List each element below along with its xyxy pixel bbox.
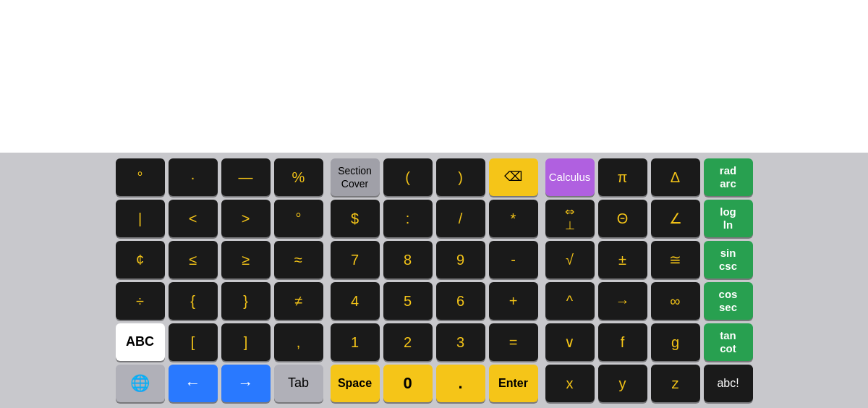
row-3-4: ^ → ∞ cossec	[545, 282, 753, 320]
row-2-2: $ : / *	[331, 200, 538, 237]
key-abc[interactable]: ABC	[116, 323, 165, 361]
key-slash[interactable]: /	[436, 200, 485, 237]
key-section-cover[interactable]: SectionCover	[331, 158, 380, 196]
key-8[interactable]: 8	[383, 241, 433, 279]
row-1-4: ÷ { } ≠	[116, 282, 323, 320]
key-less[interactable]: <	[169, 200, 218, 237]
key-rparen[interactable]: )	[436, 158, 485, 196]
key-abc-excl[interactable]: abc!	[704, 365, 753, 402]
key-colon[interactable]: :	[383, 200, 433, 237]
key-neq[interactable]: ≠	[274, 282, 323, 320]
key-angle[interactable]: ∠	[651, 200, 700, 237]
key-calculus[interactable]: Calculus	[545, 158, 595, 196]
key-5[interactable]: 5	[383, 282, 433, 320]
row-2-4: 4 5 6 +	[331, 282, 538, 320]
key-leq[interactable]: ≤	[169, 241, 218, 279]
key-cent[interactable]: ¢	[116, 241, 165, 279]
key-arrow-right[interactable]: →	[598, 282, 647, 320]
key-lparen[interactable]: (	[383, 158, 433, 196]
key-4[interactable]: 4	[331, 282, 380, 320]
section-1: ° · — % | < > ° ¢ ≤ ≥ ≈ ÷ { } ≠ ABC [	[116, 158, 323, 402]
key-cos-sec[interactable]: cossec	[704, 282, 753, 320]
key-plusminus[interactable]: ±	[598, 241, 647, 279]
key-log-ln[interactable]: logln	[704, 200, 753, 237]
row-2-5: 1 2 3 =	[331, 323, 538, 361]
key-7[interactable]: 7	[331, 241, 380, 279]
key-infinity[interactable]: ∞	[651, 282, 700, 320]
key-ring[interactable]: °	[274, 200, 323, 237]
key-dollar[interactable]: $	[331, 200, 380, 237]
key-plus[interactable]: +	[489, 282, 538, 320]
key-degree[interactable]: °	[116, 158, 165, 196]
key-rbrace[interactable]: }	[221, 282, 271, 320]
section-3: Calculus π Δ radarc ⇔⊥ Θ ∠ logln √ ± ≅ s…	[545, 158, 753, 402]
key-1[interactable]: 1	[331, 323, 380, 361]
row-1-6: 🌐 ← → Tab	[116, 365, 323, 402]
key-sqrt[interactable]: √	[545, 241, 595, 279]
row-2-6: Space 0 . Enter	[331, 365, 538, 402]
row-1-1: ° · — %	[116, 158, 323, 196]
row-3-3: √ ± ≅ sincsc	[545, 241, 753, 279]
key-caret[interactable]: ^	[545, 282, 595, 320]
key-dot[interactable]: ·	[169, 158, 218, 196]
key-congruent[interactable]: ≅	[651, 241, 700, 279]
key-greater[interactable]: >	[221, 200, 271, 237]
key-sin-csc[interactable]: sincsc	[704, 241, 753, 279]
row-2-1: SectionCover ( ) ⌫	[331, 158, 538, 196]
key-divide[interactable]: ÷	[116, 282, 165, 320]
row-3-1: Calculus π Δ radarc	[545, 158, 753, 196]
key-z[interactable]: z	[651, 365, 700, 402]
key-theta[interactable]: Θ	[598, 200, 647, 237]
key-vee[interactable]: ∨	[545, 323, 595, 361]
section-2: SectionCover ( ) ⌫ $ : / * 7 8 9 - 4 5 6…	[331, 158, 538, 402]
key-right-arrow[interactable]: →	[221, 365, 271, 402]
row-3-5: ∨ f g tancot	[545, 323, 753, 361]
key-6[interactable]: 6	[436, 282, 485, 320]
key-lbrace[interactable]: {	[169, 282, 218, 320]
key-rad-arc[interactable]: radarc	[704, 158, 753, 196]
key-tab[interactable]: Tab	[274, 365, 323, 402]
key-dash[interactable]: —	[221, 158, 271, 196]
row-2-3: 7 8 9 -	[331, 241, 538, 279]
key-globe[interactable]: 🌐	[116, 365, 165, 402]
row-3-6: x y z abc!	[545, 365, 753, 402]
key-equals[interactable]: =	[489, 323, 538, 361]
key-backspace[interactable]: ⌫	[489, 158, 538, 196]
row-1-2: | < > °	[116, 200, 323, 237]
key-approx[interactable]: ≈	[274, 241, 323, 279]
key-period[interactable]: .	[436, 365, 485, 402]
key-x[interactable]: x	[545, 365, 595, 402]
keyboard-container: ° · — % | < > ° ¢ ≤ ≥ ≈ ÷ { } ≠ ABC [	[0, 153, 868, 408]
key-enter[interactable]: Enter	[489, 365, 538, 402]
key-0[interactable]: 0	[383, 365, 433, 402]
key-2[interactable]: 2	[383, 323, 433, 361]
key-lbracket[interactable]: [	[169, 323, 218, 361]
top-whitespace	[0, 0, 868, 153]
key-tan-cot[interactable]: tancot	[704, 323, 753, 361]
key-space[interactable]: Space	[331, 365, 380, 402]
key-comma[interactable]: ,	[274, 323, 323, 361]
key-star[interactable]: *	[489, 200, 538, 237]
key-rbracket[interactable]: ]	[221, 323, 271, 361]
row-3-2: ⇔⊥ Θ ∠ logln	[545, 200, 753, 237]
key-pi[interactable]: π	[598, 158, 647, 196]
row-1-3: ¢ ≤ ≥ ≈	[116, 241, 323, 279]
key-iff-perp[interactable]: ⇔⊥	[545, 200, 595, 237]
key-pipe[interactable]: |	[116, 200, 165, 237]
key-minus[interactable]: -	[489, 241, 538, 279]
key-left-arrow[interactable]: ←	[169, 365, 218, 402]
key-3[interactable]: 3	[436, 323, 485, 361]
row-1-5: ABC [ ] ,	[116, 323, 323, 361]
key-delta[interactable]: Δ	[651, 158, 700, 196]
key-y[interactable]: y	[598, 365, 647, 402]
key-geq[interactable]: ≥	[221, 241, 271, 279]
key-percent[interactable]: %	[274, 158, 323, 196]
key-9[interactable]: 9	[436, 241, 485, 279]
key-g[interactable]: g	[651, 323, 700, 361]
key-f[interactable]: f	[598, 323, 647, 361]
